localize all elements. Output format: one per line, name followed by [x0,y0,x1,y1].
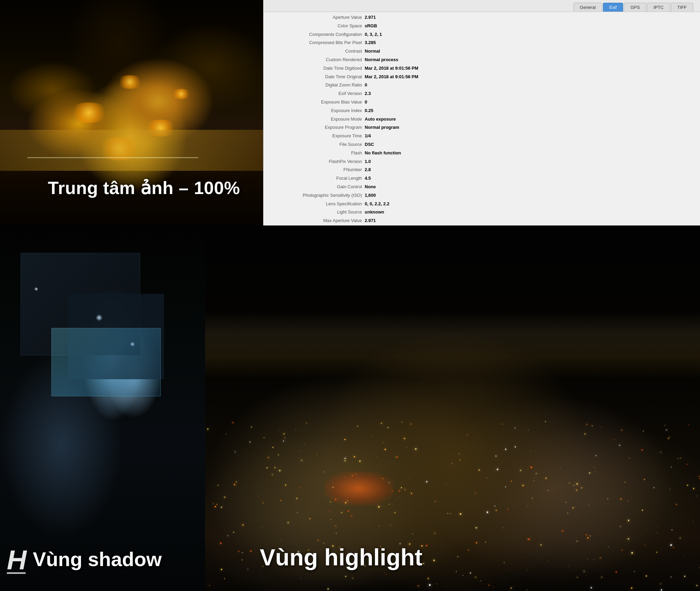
city-light-dot [475,493,476,494]
exif-key: Digital Zoom Ratio [269,82,365,89]
exif-value: None [365,183,695,191]
city-light-dot [388,427,389,428]
exif-key: Exposure Program [269,124,365,131]
city-light-dot [679,537,681,539]
city-light-dot [296,498,297,499]
city-light-dot [299,487,301,488]
exif-value: 0 [365,99,695,106]
city-light-dot [344,439,345,440]
city-light-dot [433,560,435,561]
city-light-dot [678,458,678,459]
city-light-dot [666,429,667,430]
tab-exif[interactable]: Exif [603,3,623,12]
city-light-dot [532,498,533,499]
city-light-dot [210,462,210,463]
city-light-dot [684,576,686,577]
city-light-dot [528,430,529,430]
city-light-dot [209,585,211,587]
city-light-dot [428,578,429,579]
city-light-dot [434,533,435,534]
tab-general[interactable]: General [574,3,602,12]
city-light-dot [546,478,547,479]
city-light-dot [281,540,281,540]
city-light-dot [616,572,617,573]
city-light-dot [628,538,629,540]
city-light-dot [505,449,507,450]
city-light-dot [595,455,596,456]
city-light-dot [530,467,532,468]
small-light-3 [34,287,38,291]
exif-key: File Source [269,141,365,148]
small-light-1 [96,314,103,321]
city-light-dot [233,532,234,533]
exif-value: unknown [365,209,695,216]
tab-gps[interactable]: GPS [624,3,646,12]
city-light-dot [359,461,361,462]
city-light-dot [601,427,601,427]
city-light-dot [593,559,594,560]
exif-row: Flash No flash function [269,149,695,157]
exif-key: Focal Length [269,175,365,182]
city-light-dot [602,478,602,479]
city-light-dot [654,487,655,488]
city-light-dot [318,540,319,541]
city-light-dot [250,441,251,442]
exif-value: 1/4 [365,133,695,140]
exif-row: Exif Version 2.3 [269,90,695,98]
city-light-dot [423,563,424,564]
city-light-dot [671,577,671,577]
city-light-dot [404,438,405,439]
exif-value: 1.0 [365,158,695,165]
city-light-dot [336,533,337,534]
exif-row: Color Space sRGB [269,22,695,30]
city-light-dot [476,542,477,544]
city-light-dot [447,513,448,514]
city-light-dot [309,451,309,452]
city-light-dot [335,525,336,526]
tab-tiff[interactable]: TIFF [671,3,693,12]
exif-value: 2.3 [365,90,695,97]
exif-value: Normal [365,48,695,55]
city-light-dot [460,460,460,461]
city-light-dot [351,515,352,517]
city-light-dot [534,480,534,481]
shadow-photo: H Vùng shadow [0,225,205,591]
city-light-dot [251,427,252,428]
city-light-dot [576,490,577,491]
city-light-dot [595,472,595,472]
city-light-dot [234,532,234,532]
city-light-dot [411,493,412,494]
city-light-dot [569,483,570,484]
city-light-dot [497,469,498,470]
city-light-dot [644,544,646,546]
city-light-dot [658,526,659,527]
exif-key: FlashPix Version [269,158,365,165]
city-light-dot [481,580,481,581]
city-light-dot [227,535,229,536]
city-light-dot [440,440,440,441]
road-line [27,157,198,158]
city-light-dot [647,529,647,529]
city-light-dot [267,467,268,468]
exif-value: 1,600 [365,192,695,199]
city-light-dot [262,502,264,504]
city-light-dot [435,501,436,502]
city-light-dot [487,511,488,513]
exif-row: File Source DSC [269,140,695,149]
city-light-dot [221,569,222,570]
city-light-dot [410,423,412,425]
city-light-dot [673,547,674,548]
city-light-dot [656,552,657,553]
city-light-dot [283,440,284,442]
city-light-dot [624,482,625,483]
exif-value: Normal program [365,124,695,131]
city-light-dot [234,451,236,453]
city-light-dot [335,533,336,533]
orange-cluster [325,471,393,506]
city-light-dot [345,576,346,577]
city-light-dot [250,588,250,588]
exif-row: Aperture Value 2.971 [269,13,695,22]
city-light-dot [467,435,468,436]
tab-iptc[interactable]: IPTC [647,3,670,12]
city-light-dot [515,446,516,447]
